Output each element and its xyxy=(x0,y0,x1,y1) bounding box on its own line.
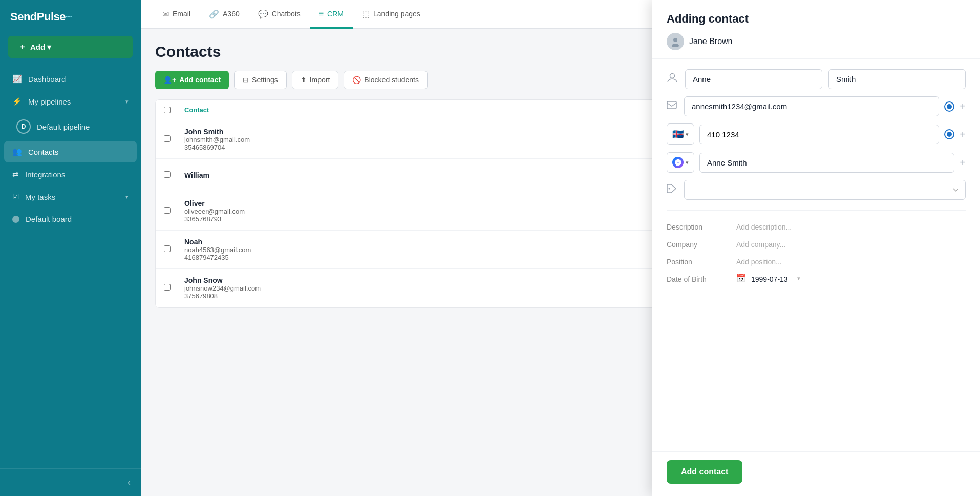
messenger-selector[interactable]: ▾ xyxy=(667,152,694,173)
panel-user: Jane Brown xyxy=(667,33,966,50)
chevron-down-icon: ▾ xyxy=(125,194,129,200)
dob-chevron-icon: ▾ xyxy=(797,275,800,282)
tag-icon xyxy=(667,184,679,196)
sidebar-item-label: Contacts xyxy=(28,148,58,156)
sidebar-item-tasks[interactable]: ☑ My tasks ▾ xyxy=(4,186,137,208)
nav-item-crm[interactable]: ≡ CRM xyxy=(310,1,353,29)
row-checkbox[interactable] xyxy=(164,171,171,178)
blocked-icon: 🚫 xyxy=(352,76,361,84)
import-label: Import xyxy=(310,76,330,84)
row-checkbox[interactable] xyxy=(164,207,171,214)
sidebar-item-label: My pipelines xyxy=(28,97,71,106)
row-checkbox[interactable] xyxy=(164,284,171,291)
sidebar-item-label: Integrations xyxy=(25,170,65,179)
sidebar-item-label: Default board xyxy=(26,215,72,223)
crm-icon: ≡ xyxy=(319,9,324,18)
sidebar-item-label: Dashboard xyxy=(28,75,66,84)
pipeline-dot: D xyxy=(16,119,31,134)
sidebar-item-label: Default pipeline xyxy=(37,122,90,131)
dob-label: Date of Birth xyxy=(667,273,728,283)
blocked-button[interactable]: 🚫 Blocked students xyxy=(344,71,428,89)
panel-header: Adding contact Jane Brown xyxy=(652,0,980,59)
import-button[interactable]: ⬆ Import xyxy=(292,71,339,89)
panel-footer: Add contact xyxy=(652,451,980,496)
dob-value[interactable]: 1999-07-13 xyxy=(751,273,788,283)
add-phone-button[interactable]: + xyxy=(960,129,966,140)
email-radio[interactable] xyxy=(944,101,954,112)
phone-flag-selector[interactable]: 🇮🇸 ▾ xyxy=(667,123,694,145)
flag-emoji: 🇮🇸 xyxy=(672,129,684,140)
sidebar-item-contacts[interactable]: 👥 Contacts xyxy=(4,141,137,162)
company-label: Company xyxy=(667,238,728,249)
first-name-input[interactable] xyxy=(685,69,822,89)
nav-item-chatbots[interactable]: 💬 Chatbots xyxy=(249,1,310,29)
phone-row: 🇮🇸 ▾ + xyxy=(667,123,966,145)
nav-item-label: Email xyxy=(173,10,190,18)
sidebar: SendPulse~ ＋ Add ▾ 📈 Dashboard ⚡ My pipe… xyxy=(0,0,141,496)
description-label: Description xyxy=(667,221,728,231)
position-value[interactable]: Add position... xyxy=(736,256,966,266)
email-field-icon xyxy=(667,101,679,112)
collapse-sidebar-button[interactable]: ‹ xyxy=(0,468,141,496)
panel-body: + 🇮🇸 ▾ + ▾ + xyxy=(652,59,980,451)
select-all-checkbox[interactable] xyxy=(164,107,171,113)
nav-item-label: Landing pages xyxy=(373,10,420,18)
board-dot xyxy=(12,216,19,223)
extra-fields: Description Add description... Company A… xyxy=(667,221,966,283)
chevron-down-icon: ▾ xyxy=(686,131,689,138)
submit-add-contact-button[interactable]: Add contact xyxy=(667,460,742,484)
person-icon xyxy=(667,72,679,86)
tag-select[interactable] xyxy=(684,180,966,200)
company-row: Company Add company... xyxy=(667,238,966,249)
landing-icon: ⬚ xyxy=(362,9,370,19)
a360-icon: 🔗 xyxy=(209,9,219,19)
sidebar-item-pipelines[interactable]: ⚡ My pipelines ▾ xyxy=(4,91,137,112)
settings-icon: ⊟ xyxy=(243,76,249,84)
email-input[interactable] xyxy=(684,96,939,116)
panel-title: Adding contact xyxy=(667,12,966,26)
messenger-row: ▾ + xyxy=(667,152,966,173)
name-row xyxy=(667,69,966,89)
logo-text: SendPulse~ xyxy=(10,10,72,24)
svg-point-5 xyxy=(669,188,670,190)
messenger-icon xyxy=(672,157,684,168)
pipelines-icon: ⚡ xyxy=(12,97,22,106)
chevron-down-icon: ▾ xyxy=(686,159,689,166)
add-contact-icon: 👤+ xyxy=(163,76,176,84)
dob-row: Date of Birth 📅 1999-07-13 ▾ xyxy=(667,273,966,283)
panel-username: Jane Brown xyxy=(689,37,733,46)
sidebar-item-board[interactable]: Default board xyxy=(4,209,137,230)
sidebar-item-default-pipeline[interactable]: D Default pipeline xyxy=(4,113,137,140)
integrations-icon: ⇄ xyxy=(12,170,19,179)
dashboard-icon: 📈 xyxy=(12,74,22,84)
nav-item-landing[interactable]: ⬚ Landing pages xyxy=(353,1,430,29)
phone-input[interactable] xyxy=(699,125,939,144)
sidebar-item-label: My tasks xyxy=(25,193,55,201)
add-contact-label: Add contact xyxy=(179,76,221,84)
description-value[interactable]: Add description... xyxy=(736,221,966,231)
add-email-button[interactable]: + xyxy=(960,100,966,112)
add-contact-button[interactable]: 👤+ Add contact xyxy=(155,71,229,89)
add-messenger-button[interactable]: + xyxy=(960,157,966,169)
row-checkbox[interactable] xyxy=(164,135,171,142)
tasks-icon: ☑ xyxy=(12,192,19,201)
messenger-input[interactable] xyxy=(699,153,954,173)
sidebar-nav: 📈 Dashboard ⚡ My pipelines ▾ D Default p… xyxy=(0,68,141,230)
phone-radio[interactable] xyxy=(944,129,954,139)
last-name-input[interactable] xyxy=(828,69,966,89)
nav-item-email[interactable]: ✉ Email xyxy=(153,1,200,29)
nav-item-a360[interactable]: 🔗 A360 xyxy=(200,1,249,29)
settings-button[interactable]: ⊟ Settings xyxy=(234,71,287,89)
blocked-label: Blocked students xyxy=(364,76,419,84)
dob-value-row: 📅 1999-07-13 ▾ xyxy=(736,273,800,283)
calendar-icon: 📅 xyxy=(736,274,746,283)
company-value[interactable]: Add company... xyxy=(736,238,966,249)
logo-area: SendPulse~ xyxy=(0,0,141,32)
sidebar-item-integrations[interactable]: ⇄ Integrations xyxy=(4,163,137,185)
sidebar-item-dashboard[interactable]: 📈 Dashboard xyxy=(4,68,137,90)
row-checkbox[interactable] xyxy=(164,245,171,252)
svg-rect-4 xyxy=(667,101,676,109)
add-button[interactable]: ＋ Add ▾ xyxy=(8,36,133,58)
contacts-icon: 👥 xyxy=(12,147,22,156)
position-row: Position Add position... xyxy=(667,256,966,266)
